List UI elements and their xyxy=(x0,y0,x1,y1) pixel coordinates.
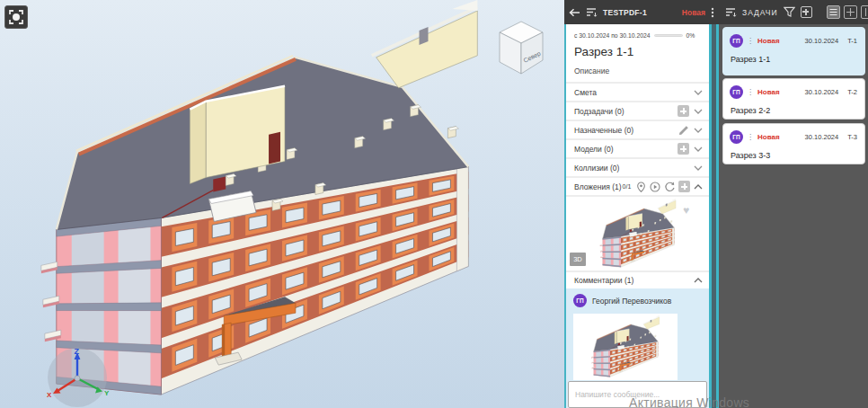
attachments-counter: 0/1 xyxy=(623,183,632,190)
date-range: с 30.10.2024 по 30.10.2024 xyxy=(574,32,651,39)
add-task-button[interactable] xyxy=(801,6,812,18)
tasks-panel-title: ЗАДАЧИ xyxy=(742,8,778,17)
chevron-up-icon[interactable] xyxy=(694,278,703,283)
task-avatar: ГП xyxy=(730,85,743,99)
chevron-down-icon[interactable] xyxy=(694,146,703,152)
task-title: Разрез 1-1 xyxy=(723,48,864,64)
section-row-attachments[interactable]: Вложения (1) 0/1 xyxy=(566,176,709,195)
sort-icon[interactable] xyxy=(725,7,737,17)
chevron-down-icon[interactable] xyxy=(694,128,703,133)
play-icon[interactable] xyxy=(650,182,660,192)
task-avatar: ГП xyxy=(730,34,743,48)
cloud-mark-icon: ♥ xyxy=(683,204,689,217)
section-row-models[interactable]: Модели (0) xyxy=(566,138,709,157)
kebab-menu-icon[interactable] xyxy=(711,7,714,18)
board-view-icon[interactable] xyxy=(844,5,857,19)
section-row-collisions[interactable]: Коллизии (0) xyxy=(566,157,709,176)
task-card-1[interactable]: ГП ⋮ Новая 30.10.2024 T-1 Разрез 1-1 xyxy=(722,27,865,75)
task-avatar: ГП xyxy=(730,130,743,144)
description-label: Описание xyxy=(566,58,709,82)
task-detail-panel: TESTPDF-1 Новая с 30.10.2024 по 30.10.20… xyxy=(564,0,719,408)
view-cube[interactable]: Север xyxy=(492,16,550,83)
attachment-building-preview xyxy=(585,199,691,269)
task-title: Разрез 1-1 xyxy=(566,39,709,58)
comment-avatar: ГП xyxy=(573,294,587,307)
add-attachment-button[interactable] xyxy=(678,181,690,192)
comments-section-header[interactable]: Комментарии (1) xyxy=(566,271,709,288)
task-card-3[interactable]: ГП ⋮ Новая 30.10.2024 T-3 Разрез 3-3 xyxy=(722,123,865,164)
task-kebab-icon[interactable]: ⋮ xyxy=(747,38,754,45)
tasks-panel: ЗАДАЧИ ГП ⋮ xyxy=(719,0,868,408)
windows-activation-watermark: Активация Windows xyxy=(629,395,749,408)
focus-target-icon xyxy=(8,9,24,25)
table-view-icon[interactable] xyxy=(861,5,868,19)
progress-bar xyxy=(654,34,683,37)
task-id: T-3 xyxy=(847,133,857,141)
view-toggle-group xyxy=(827,5,868,19)
axis-y-label: Y xyxy=(104,389,110,397)
task-kebab-icon[interactable]: ⋮ xyxy=(747,134,754,141)
progress-percent: 0% xyxy=(686,32,695,39)
3d-viewport[interactable]: Север Z X Y xyxy=(0,0,564,408)
section-row-estimate[interactable]: Смета xyxy=(566,82,709,101)
axis-x-label: X xyxy=(47,391,52,399)
attachment-thumbnail[interactable]: ♥ 3D xyxy=(566,195,709,271)
detail-status-badge: Новая xyxy=(682,8,705,17)
list-view-icon[interactable] xyxy=(827,5,840,19)
section-row-assignees[interactable]: Назначенные (0) xyxy=(566,120,709,138)
chevron-up-icon[interactable] xyxy=(694,184,703,190)
date-progress-row: с 30.10.2024 по 30.10.2024 0% xyxy=(566,24,709,39)
task-title: Разрез 2-2 xyxy=(723,99,864,115)
detail-panel-body: с 30.10.2024 по 30.10.2024 0% Разрез 1-1… xyxy=(564,24,709,408)
detail-panel-header: TESTPDF-1 Новая xyxy=(564,0,719,24)
back-icon[interactable] xyxy=(569,8,580,17)
filter-icon[interactable] xyxy=(784,6,795,18)
task-id: T-2 xyxy=(847,88,857,96)
comment-attachment-thumbnail[interactable] xyxy=(573,314,678,380)
task-title: Разрез 3-3 xyxy=(723,144,864,160)
add-model-button[interactable] xyxy=(678,143,689,155)
location-pin-icon[interactable] xyxy=(636,182,646,192)
comment-building-preview xyxy=(578,315,673,378)
refresh-icon[interactable] xyxy=(664,182,675,192)
chevron-down-icon[interactable] xyxy=(694,109,703,114)
chevron-down-icon[interactable] xyxy=(694,165,703,171)
section-row-subtasks[interactable]: Подзадачи (0) xyxy=(566,101,709,120)
task-status-badge: Новая xyxy=(757,133,780,141)
task-status-badge: Новая xyxy=(757,88,780,96)
task-date: 30.10.2024 xyxy=(805,88,839,96)
axis-z-label: Z xyxy=(75,347,80,356)
task-id: T-1 xyxy=(847,37,857,45)
panel-splitter[interactable] xyxy=(709,24,719,408)
task-date: 30.10.2024 xyxy=(805,133,839,141)
chevron-down-icon[interactable] xyxy=(694,90,703,95)
app-window: Север Z X Y TESTPDF-1 Новая xyxy=(0,0,868,408)
axis-gizmo: Z X Y xyxy=(43,345,113,408)
sort-icon[interactable] xyxy=(586,7,598,17)
tasks-panel-header: ЗАДАЧИ xyxy=(719,0,868,24)
pencil-icon[interactable] xyxy=(678,125,689,136)
task-status-badge: Новая xyxy=(757,37,780,45)
task-kebab-icon[interactable]: ⋮ xyxy=(747,89,754,96)
focus-model-button[interactable] xyxy=(4,5,28,29)
3d-badge: 3D xyxy=(570,253,586,266)
task-card-2[interactable]: ГП ⋮ Новая 30.10.2024 T-2 Разрез 2-2 xyxy=(722,78,865,120)
task-date: 30.10.2024 xyxy=(805,37,839,45)
comment-author: Георгий Перевозчиков xyxy=(592,297,671,306)
add-subtask-button[interactable] xyxy=(678,105,689,117)
detail-task-code: TESTPDF-1 xyxy=(603,8,647,17)
